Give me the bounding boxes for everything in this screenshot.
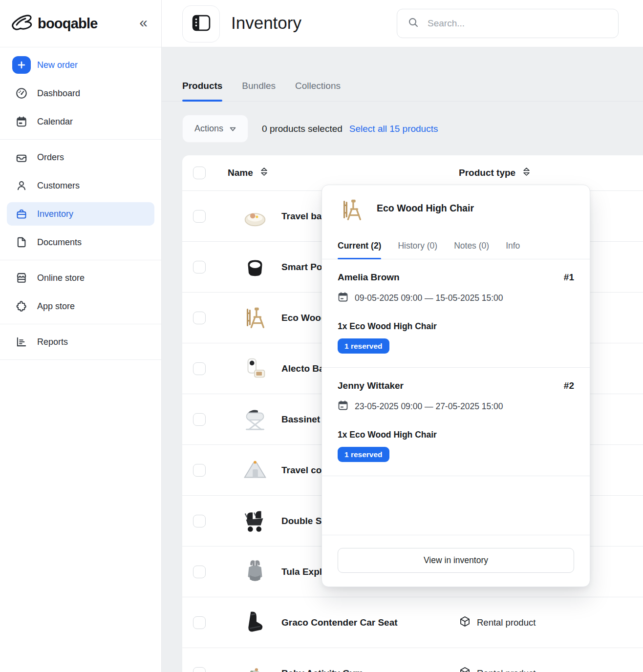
customers-icon (12, 179, 31, 192)
sort-icon[interactable] (261, 168, 267, 178)
table-row-graco-contender-car-seat[interactable]: Graco Contender Car SeatRental product (182, 597, 643, 648)
column-header-name[interactable]: Name (228, 168, 253, 178)
actions-button[interactable]: Actions (182, 115, 248, 143)
cube-icon (459, 666, 471, 672)
reserved-status-badge: 1 reserved (338, 338, 389, 354)
tab-collections[interactable]: Collections (295, 81, 341, 101)
sidebar-item-label: Online store (37, 273, 85, 283)
calendar-icon (12, 115, 31, 128)
car-seat-thumb (240, 608, 270, 637)
row-checkbox[interactable] (193, 667, 206, 672)
page-icon-button[interactable] (182, 5, 220, 42)
booking-customer-name: Jenny Wittaker (338, 380, 404, 391)
select-all-link[interactable]: Select all 15 products (349, 124, 438, 134)
sidebar-item-label: Customers (37, 181, 80, 191)
sidebar-item-online-store[interactable]: Online store (7, 266, 154, 290)
popover-tab-current-2[interactable]: Current (2) (338, 241, 381, 259)
booking-order-number: #2 (564, 380, 574, 391)
select-all-checkbox[interactable] (193, 167, 206, 179)
sidebar-item-label: Reports (37, 337, 68, 347)
booking-item-line: 1x Eco Wood High Chair (338, 430, 574, 440)
sidebar-item-dashboard[interactable]: Dashboard (7, 82, 154, 105)
popover-empty-space (322, 476, 590, 535)
sidebar-section: OrdersCustomersInventoryDocuments (0, 139, 161, 260)
sidebar-item-reports[interactable]: Reports (7, 330, 154, 354)
chevron-down-icon (230, 124, 236, 134)
stroller-thumb (240, 506, 270, 536)
activity-gym-thumb (240, 659, 270, 672)
popover-tab-notes-0[interactable]: Notes (0) (454, 241, 489, 259)
page-title: Inventory (231, 13, 301, 33)
high-chair-thumb (240, 303, 270, 333)
sidebar-item-label: New order (37, 60, 78, 70)
product-availability-popover: Eco Wood High Chair Current (2)History (… (322, 185, 590, 587)
sidebar-item-label: Documents (37, 237, 82, 248)
booking-item-line: 1x Eco Wood High Chair (338, 321, 574, 332)
calendar-small-icon (338, 292, 348, 305)
sidebar-item-app-store[interactable]: App store (7, 294, 154, 318)
popover-header: Eco Wood High Chair (322, 185, 590, 224)
row-checkbox[interactable] (193, 566, 206, 578)
popover-tab-info[interactable]: Info (506, 241, 520, 259)
row-checkbox[interactable] (193, 515, 206, 527)
sidebar-item-customers[interactable]: Customers (7, 174, 154, 197)
product-type-label: Rental product (477, 668, 536, 672)
orders-inbox-icon (12, 151, 31, 164)
search-input[interactable] (427, 18, 607, 29)
tab-bundles[interactable]: Bundles (242, 81, 276, 101)
app-store-puzzle-icon (12, 300, 31, 313)
baby-monitor-thumb (240, 354, 270, 383)
product-name: Travel cot (281, 465, 325, 476)
sidebar-item-orders[interactable]: Orders (7, 146, 154, 169)
sidebar-item-inventory[interactable]: Inventory (7, 202, 154, 226)
travel-bath-thumb (240, 202, 270, 231)
sidebar: booqable « New orderDashboardCalendarOrd… (0, 0, 162, 672)
product-name: Graco Contender Car Seat (281, 617, 398, 628)
popover-footer: View in inventory (322, 535, 590, 587)
actions-label: Actions (194, 124, 223, 134)
row-checkbox[interactable] (193, 210, 206, 223)
booking-order-number: #1 (564, 272, 574, 283)
booking-amelia-brown: Amelia Brown#109-05-2025 09:00 — 15-05-2… (322, 259, 590, 368)
view-in-inventory-button[interactable]: View in inventory (338, 548, 574, 573)
logo-wordmark: booqable (38, 16, 98, 32)
row-checkbox[interactable] (193, 464, 206, 477)
sort-icon[interactable] (523, 168, 530, 178)
online-store-icon (12, 272, 31, 284)
row-checkbox[interactable] (193, 312, 206, 324)
panel-icon (192, 15, 211, 33)
sidebar-section: New orderDashboardCalendar (0, 47, 161, 139)
tabs: ProductsBundlesCollections (162, 47, 643, 102)
selected-count-text: 0 products selected (262, 124, 343, 134)
dashboard-icon (12, 87, 31, 100)
plus-icon (12, 56, 31, 74)
high-chair-thumb (338, 196, 366, 224)
product-type-label: Rental product (477, 617, 536, 628)
search-icon (408, 17, 419, 30)
bassinet-thumb (240, 405, 270, 434)
sidebar-section: Reports (0, 324, 161, 360)
carrier-thumb (240, 557, 270, 587)
toolbar: Actions 0 products selected Select all 1… (182, 115, 622, 143)
row-checkbox[interactable] (193, 362, 206, 375)
table-row-baby-activity-gym[interactable]: Baby Activity GymRental product (182, 648, 643, 672)
row-checkbox[interactable] (193, 616, 206, 629)
sidebar-item-new-order[interactable]: New order (7, 53, 154, 77)
row-checkbox[interactable] (193, 413, 206, 426)
search-box[interactable] (397, 9, 619, 38)
sidebar-item-label: Orders (37, 152, 64, 163)
product-type-cell: Rental product (459, 615, 536, 630)
product-name: Baby Activity Gym (281, 668, 363, 672)
row-checkbox[interactable] (193, 261, 206, 273)
popover-tab-history-0[interactable]: History (0) (398, 241, 437, 259)
tab-products[interactable]: Products (182, 81, 222, 101)
sidebar-item-label: App store (37, 301, 75, 312)
sidebar-item-documents[interactable]: Documents (7, 231, 154, 254)
column-header-product-type[interactable]: Product type (459, 168, 515, 178)
booking-customer-name: Amelia Brown (338, 272, 400, 283)
product-type-cell: Rental product (459, 666, 536, 672)
sidebar-item-calendar[interactable]: Calendar (7, 110, 154, 133)
collapse-sidebar-icon[interactable]: « (139, 15, 148, 32)
reports-icon (12, 336, 31, 348)
sidebar-item-label: Dashboard (37, 88, 80, 99)
